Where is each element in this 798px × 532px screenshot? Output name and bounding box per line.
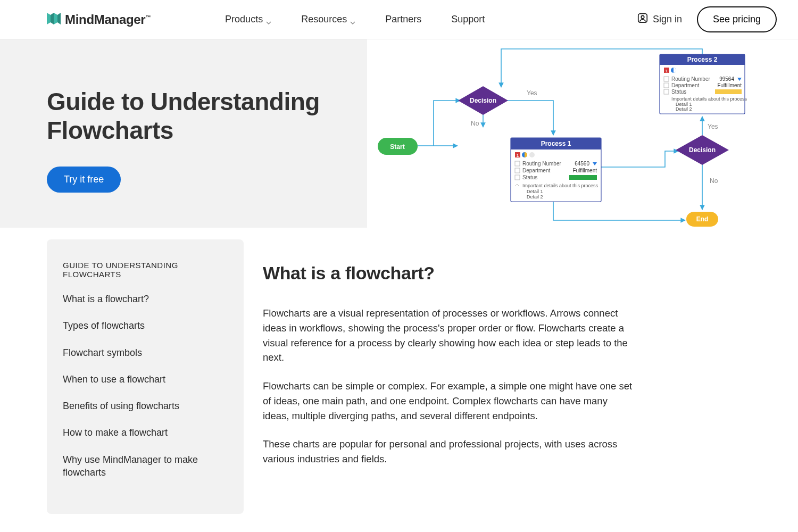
toc-title: GUIDE TO UNDERSTANDING FLOWCHARTS [63, 261, 228, 279]
article: What is a flowchart? Flowcharts are a vi… [263, 239, 635, 514]
flow-process-2: Process 2 1 Routing Number 99564 Departm… [660, 54, 747, 114]
nav-resources[interactable]: Resources [301, 14, 355, 25]
flow-decision-2: Decision [676, 135, 729, 165]
svg-point-1 [641, 15, 644, 19]
svg-text:Detail 2: Detail 2 [527, 194, 543, 200]
hero: Guide to Understanding Flowcharts Try it… [0, 39, 798, 228]
svg-point-12 [529, 152, 535, 157]
nav-support-label: Support [451, 14, 485, 25]
primary-nav: Products Resources Partners Support [225, 14, 485, 25]
brand-name: MindManager™ [65, 12, 151, 27]
signin-label: Sign in [653, 14, 682, 25]
nav-resources-label: Resources [301, 14, 347, 25]
user-icon [637, 12, 649, 27]
toc-item-when[interactable]: When to use a flowchart [63, 373, 228, 386]
logo-icon [47, 12, 61, 28]
article-p2: Flowcharts can be simple or complex. For… [263, 379, 635, 423]
see-pricing-button[interactable]: See pricing [697, 6, 777, 32]
top-bar: MindManager™ Products Resources Partners… [0, 0, 798, 39]
main-content: GUIDE TO UNDERSTANDING FLOWCHARTS What i… [0, 228, 798, 514]
signin-link[interactable]: Sign in [637, 12, 682, 27]
svg-text:Status: Status [522, 174, 537, 180]
svg-text:Department: Department [522, 168, 550, 173]
flow-process-1: Process 1 1 Routing Number 64560 Departm… [511, 138, 601, 202]
flowchart-svg: Start Decision Yes No Process 1 1 [367, 39, 798, 228]
svg-rect-40 [715, 89, 742, 94]
flow-start: Start [378, 138, 418, 155]
article-p3: These charts are popular for personal an… [263, 437, 635, 467]
svg-text:Decision: Decision [689, 146, 716, 154]
flow-no-label-2: No [710, 177, 718, 185]
article-heading: What is a flowchart? [263, 263, 635, 284]
nav-products-label: Products [225, 14, 263, 25]
svg-rect-19 [569, 175, 597, 180]
flow-end: End [686, 212, 718, 227]
svg-text:Decision: Decision [470, 97, 496, 104]
flow-decision-1: Decision [458, 86, 508, 115]
hero-text: Guide to Understanding Flowcharts Try it… [0, 39, 367, 228]
svg-text:Important details about this p: Important details about this process [671, 96, 747, 102]
flow-yes-label-2: Yes [708, 123, 718, 130]
svg-text:64560: 64560 [575, 161, 589, 167]
nav-partners-label: Partners [385, 14, 421, 25]
toc-item-benefits[interactable]: Benefits of using flowcharts [63, 400, 228, 412]
chevron-down-icon [350, 17, 355, 22]
flow-no-label: No [471, 120, 479, 127]
svg-text:Start: Start [390, 143, 404, 151]
toc-item-howto[interactable]: How to make a flowchart [63, 426, 228, 439]
svg-text:99564: 99564 [719, 76, 734, 82]
article-p1: Flowcharts are a visual representation o… [263, 306, 635, 365]
flow-yes-label: Yes [527, 89, 537, 97]
nav-support[interactable]: Support [451, 14, 485, 25]
svg-text:1: 1 [517, 153, 519, 158]
svg-text:Important details about this p: Important details about this process [522, 183, 598, 188]
toc-item-what[interactable]: What is a flowchart? [63, 293, 228, 305]
page-title: Guide to Understanding Flowcharts [47, 87, 346, 145]
svg-text:Fulfillment: Fulfillment [572, 168, 597, 173]
svg-text:Routing Number: Routing Number [671, 76, 710, 82]
svg-text:Fulfillment: Fulfillment [717, 82, 742, 88]
nav-products[interactable]: Products [225, 14, 271, 25]
toc-item-why[interactable]: Why use MindManager to make flowcharts [63, 453, 228, 479]
brand-logo[interactable]: MindManager™ [47, 12, 151, 28]
toc-sidebar: GUIDE TO UNDERSTANDING FLOWCHARTS What i… [47, 239, 244, 514]
svg-text:Routing Number: Routing Number [522, 161, 561, 167]
nav-partners[interactable]: Partners [385, 14, 421, 25]
svg-text:Process 1: Process 1 [541, 140, 571, 147]
svg-text:Status: Status [671, 89, 686, 95]
svg-text:Detail 2: Detail 2 [676, 106, 692, 112]
svg-text:End: End [696, 215, 709, 223]
toc-item-types[interactable]: Types of flowcharts [63, 319, 228, 332]
header-right: Sign in See pricing [637, 6, 777, 32]
try-free-button[interactable]: Try it free [47, 167, 121, 193]
toc-item-symbols[interactable]: Flowchart symbols [63, 346, 228, 359]
hero-flowchart: Start Decision Yes No Process 1 1 [367, 39, 798, 228]
svg-text:Process 2: Process 2 [687, 56, 718, 63]
svg-text:Detail 1: Detail 1 [527, 189, 543, 194]
chevron-down-icon [266, 17, 271, 22]
svg-text:Department: Department [671, 82, 699, 88]
svg-text:1: 1 [666, 69, 668, 73]
